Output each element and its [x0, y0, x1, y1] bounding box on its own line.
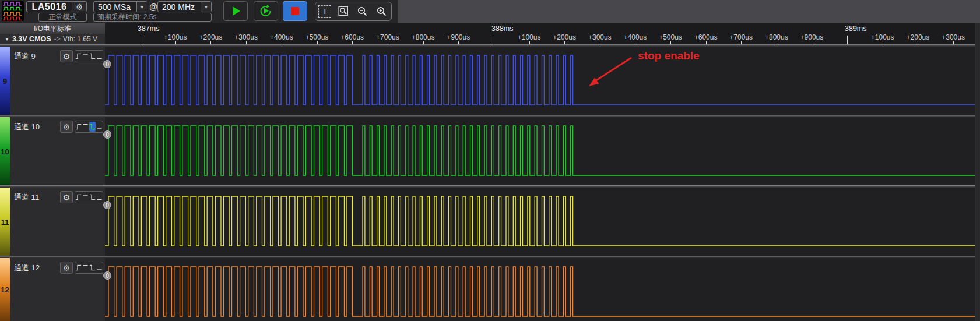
io-level-header: I/O电平标准: [0, 23, 105, 34]
trigger-high-level-button[interactable]: [82, 263, 89, 273]
ruler-tick: [494, 36, 494, 44]
channel-row-11: 11 通道 11 ⚙: [0, 188, 105, 256]
ruler-tick-label: +400us: [624, 33, 647, 41]
level-standard: 3.3V CMOS: [12, 35, 51, 43]
trigger-count-badge: 0: [103, 60, 111, 68]
trigger-high-level-button[interactable]: [82, 122, 89, 132]
ruler-tick-label: +500us: [659, 33, 682, 41]
ruler-tick-label: +900us: [800, 33, 824, 41]
channel-label: 通道 10: [14, 122, 40, 132]
trigger-low-level-button[interactable]: [96, 192, 103, 202]
zoom-in-button[interactable]: [374, 3, 389, 19]
channel-row-10: 10 通道 10 ⚙: [0, 117, 105, 185]
ruler-tick-label: +100us: [518, 33, 541, 41]
expander-icon[interactable]: ▼: [5, 37, 9, 42]
channel-settings-button[interactable]: ⚙: [60, 121, 73, 133]
ruler-tick: [847, 36, 848, 44]
trigger-low-level-button[interactable]: [96, 51, 103, 61]
run-button[interactable]: [223, 1, 248, 21]
trigger-falling-edge-button[interactable]: [89, 122, 96, 132]
voltage-level-row[interactable]: ▼ 3.3V CMOS -> Vth: 1.65 V: [0, 34, 105, 44]
zoom-fit-button[interactable]: [336, 3, 352, 19]
trigger-low-level-button[interactable]: [96, 263, 103, 273]
trigger-high-level-button[interactable]: [82, 51, 89, 61]
ruler-tick-label: +300us: [942, 33, 965, 41]
stop-icon: [290, 6, 300, 16]
trigger-low-level-button[interactable]: [96, 122, 103, 132]
device-settings-button[interactable]: ⚙: [72, 2, 86, 12]
trigger-count-badge: 0: [103, 130, 111, 139]
trigger-falling-edge-button[interactable]: [89, 51, 96, 61]
trigger-count-badge: 0: [103, 201, 111, 209]
logic-analyzer-app: LA5016 ⚙ 正常模式 500 MSa ▾ @ 200 MHz ▾ 预期采样…: [0, 0, 980, 321]
channel-color-strip: 11: [0, 188, 10, 256]
ruler-separator: [0, 44, 975, 47]
trigger-rising-edge-button[interactable]: [75, 263, 82, 273]
stop-button[interactable]: [283, 1, 307, 21]
capture-mode[interactable]: 正常模式: [38, 13, 87, 22]
trigger-falling-edge-button[interactable]: [89, 192, 96, 202]
device-name: LA5016: [27, 2, 72, 12]
trigger-rising-edge-button[interactable]: [75, 122, 82, 132]
expected-sampling-time: 预期采样时间: 2.5s: [93, 13, 212, 22]
gear-icon: ⚙: [63, 52, 71, 61]
channel-label: 通道 12: [14, 263, 40, 273]
ruler-tick-label: +700us: [729, 33, 753, 41]
trigger-count-badge: 0: [103, 271, 111, 280]
gear-icon: ⚙: [63, 193, 71, 202]
trigger-falling-edge-button[interactable]: [89, 263, 96, 273]
ruler-tick-label: 387ms: [138, 24, 160, 33]
trigger-rising-edge-button[interactable]: [75, 192, 82, 202]
toolbar: LA5016 ⚙ 正常模式 500 MSa ▾ @ 200 MHz ▾ 预期采样…: [0, 0, 980, 23]
ruler-tick-label: +700us: [376, 33, 399, 41]
view-tools-group: T: [315, 2, 392, 21]
zoom-out-button[interactable]: [355, 3, 371, 19]
zoom-out-icon: [357, 6, 368, 17]
sample-depth-value: 500 MSa: [94, 2, 136, 12]
ruler-tick-label: +200us: [553, 33, 576, 41]
row-separator: [0, 115, 975, 117]
ruler-tick-label: +800us: [412, 33, 435, 41]
channel-color-strip: 9: [0, 47, 10, 115]
ruler-tick-label: +500us: [305, 33, 329, 41]
waveform-viewport[interactable]: [105, 44, 975, 321]
zoom-in-icon: [376, 6, 388, 17]
capture-mode-label: 正常模式: [49, 12, 77, 22]
at-separator: @: [149, 2, 157, 12]
chevron-down-icon[interactable]: ▾: [136, 2, 147, 12]
time-ruler[interactable]: 387ms+100us+200us+300us+400us+500us+600u…: [105, 23, 975, 44]
repeat-run-button[interactable]: [254, 1, 278, 21]
level-vth: Vth: 1.65 V: [63, 35, 97, 43]
ruler-tick-label: +100us: [164, 33, 187, 41]
ruler-tick-label: 388ms: [491, 24, 514, 33]
channel-color-strip: 12: [0, 258, 10, 321]
text-annotation-tool-button[interactable]: T: [317, 3, 333, 19]
row-separator: [0, 256, 975, 258]
ruler-tick-label: +100us: [871, 33, 894, 41]
sample-rate-select[interactable]: 200 MHz ▾: [157, 1, 212, 12]
trigger-buttons-group: [75, 262, 103, 274]
channel-color-strip: 10: [0, 117, 10, 185]
channel-number: 9: [0, 76, 10, 85]
sample-depth-select[interactable]: 500 MSa ▾: [93, 1, 147, 12]
expected-sampling-time-label: 预期采样时间: 2.5s: [97, 12, 156, 22]
ruler-tick-label: +400us: [270, 33, 293, 41]
channel-row-9: 9 通道 9 ⚙: [0, 47, 105, 115]
play-icon: [229, 5, 242, 17]
channel-number: 12: [0, 285, 10, 294]
trigger-high-level-button[interactable]: [82, 192, 89, 202]
ruler-tick-label: +800us: [765, 33, 788, 41]
channel-row-12: 12 通道 12 ⚙: [0, 258, 105, 321]
channel-label: 通道 9: [14, 51, 36, 62]
channel-settings-button[interactable]: ⚙: [60, 262, 73, 274]
chevron-down-icon[interactable]: ▾: [201, 2, 211, 12]
channel-settings-button[interactable]: ⚙: [60, 191, 73, 203]
channel-number: 11: [0, 217, 10, 226]
ruler-tick-label: +300us: [234, 33, 258, 41]
text-tool-icon: T: [318, 5, 331, 18]
device-box: LA5016 ⚙: [26, 1, 87, 12]
channel-label: 通道 11: [14, 192, 39, 203]
trigger-rising-edge-button[interactable]: [75, 51, 82, 61]
vertical-scrollbar[interactable]: [975, 23, 980, 321]
channel-settings-button[interactable]: ⚙: [60, 50, 73, 62]
